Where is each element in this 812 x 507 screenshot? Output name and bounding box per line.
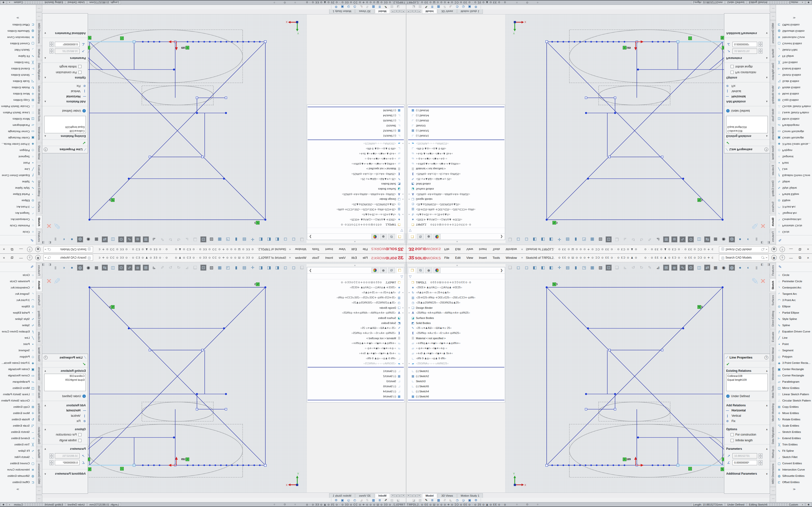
- tree-item[interactable]: ★ ○25ƐƐ✛·♟◎ΛA◫○·○◫AΛ◎♟·✛ƐƐ25○: [307, 217, 404, 222]
- tree-item[interactable]: ❒ TЯPDL2. ⊙ƐƐ⊙Ш⊙⊙⊙✛⊙ƆƆ⊙ƐƐ⊙·⊙: [408, 222, 505, 227]
- tree-item[interactable]: ◪ Surface Bodies: [307, 187, 404, 192]
- sketch-tool-button[interactable]: ∷ Linear Sketch Pattern: [776, 391, 812, 397]
- expand-arrow-icon[interactable]: ▸: [408, 213, 411, 216]
- tree-item[interactable]: ▸ ▰ ○25ƐИNA∪·○·○·∪AИNƐ25○: [307, 141, 404, 146]
- chart-axis-icon[interactable]: ∟: [450, 498, 453, 502]
- add-relation-button[interactable]: — Horizontal: [42, 94, 88, 99]
- sketch-tool-button[interactable]: ◜ Tangent Arc: [776, 291, 812, 297]
- sketch-tool-button[interactable]: ▢ Convert Entities: [776, 41, 812, 47]
- sketch-tool-button[interactable]: ▱ Parallelogram: [776, 379, 812, 385]
- tree-item[interactable]: ◩ Solid Bodies: [307, 320, 404, 326]
- tab-dimxpert[interactable]: [371, 234, 379, 239]
- shaded-edges-cube-icon[interactable]: ◧: [540, 236, 546, 242]
- command-tab[interactable]: Evaluate: [770, 163, 776, 178]
- add-relation-button[interactable]: — Horizontal: [724, 408, 770, 413]
- scene-cylinder-icon[interactable]: ▮: [52, 265, 58, 271]
- chart-icon[interactable]: ⊿: [655, 265, 661, 271]
- expand-arrow-icon[interactable]: ▸: [408, 362, 411, 364]
- appearance-sphere-icon[interactable]: ●: [737, 265, 743, 271]
- reference-axis-icon[interactable]: ✛: [556, 265, 562, 271]
- sketch-tool-button[interactable]: ∴ Circular Sketch Pattern: [776, 397, 812, 404]
- command-tab[interactable]: Markup: [770, 46, 776, 60]
- help-icon[interactable]: ?: [779, 255, 785, 260]
- sketch-confirm-icon[interactable]: ✎: [751, 276, 759, 286]
- pin-icon[interactable]: ✶: [521, 247, 523, 251]
- tree-filter-bar[interactable]: ▽: [408, 228, 505, 233]
- search-input[interactable]: ◫ Search CAD Models ▾: [719, 246, 768, 252]
- tree-item[interactable]: ▱ ○✛ИN◎♟+○✳◉I○·○I◉✳○+♟◎ИN✛○: [307, 161, 404, 166]
- scene-cylinder-icon[interactable]: ▮: [52, 236, 58, 242]
- section-parameters[interactable]: Parameters ∧: [724, 445, 770, 451]
- tree-item[interactable]: ▸ A ○25ИN◎·✛A✛◎ИNA○·○AИN◎✛A✛·◎ИN25○: [307, 310, 404, 315]
- folder-check-icon[interactable]: ▣: [468, 498, 471, 502]
- grid-icon[interactable]: ▦: [712, 265, 718, 271]
- rollback-bar[interactable]: [408, 139, 504, 140]
- monitor-icon[interactable]: ▤: [242, 265, 248, 271]
- sketch-tool-button[interactable]: ▪ Point: [776, 341, 812, 347]
- expand-arrow-icon[interactable]: ▸: [408, 143, 411, 145]
- shaded-cube-icon[interactable]: ◧: [274, 236, 280, 242]
- sketch-tool-button[interactable]: ◫ Mirror Entities: [776, 116, 812, 122]
- render-icon[interactable]: ◍: [77, 265, 83, 271]
- tree-item[interactable]: Σ ○25ИN◎·✛A∪□Ɛ○·○Ɛ□∪A✛·◎ИN25○: [307, 331, 404, 336]
- visibility-eye-icon[interactable]: ◉: [85, 265, 91, 271]
- dot-circle-icon[interactable]: ⊙: [118, 236, 124, 242]
- command-tab[interactable]: Markup: [770, 447, 776, 461]
- tree-item-sketch[interactable]: ∟ (-) Sketch5: [307, 118, 404, 123]
- command-tab[interactable]: Sheet Metal: [36, 143, 42, 162]
- sketch-tool-button[interactable]: ◝ Centerpoint Arc: [0, 216, 36, 223]
- menu-item[interactable]: Edit: [455, 247, 460, 251]
- sketch-tool-button[interactable]: ⊙ Ellipse: [0, 198, 36, 204]
- tree-filter-bar[interactable]: ▽: [307, 274, 404, 279]
- sketch-tool-button[interactable]: ◍ Silhouette Entities: [776, 28, 812, 34]
- tree-item[interactable]: ✎ ○25·∪✳♟AШ○·○ШA♟✳∪·25○: [307, 326, 404, 331]
- sketch-tool-button[interactable]: ∿ Style Spline: [0, 185, 36, 191]
- sketch-tool-button[interactable]: ╳ Trim Entities: [0, 59, 36, 66]
- tab-dimxpert[interactable]: [433, 234, 441, 239]
- length-spinner[interactable]: ▴▾: [759, 453, 762, 458]
- sketch-tool-button[interactable]: ▣ Center Rectangle: [776, 135, 812, 141]
- clock-check-icon[interactable]: ◷: [456, 498, 458, 502]
- hidden-lines-visible-icon[interactable]: ◻: [523, 236, 529, 242]
- sketch-tool-button[interactable]: ∿ Style Spline: [776, 316, 812, 322]
- unit-system-selector[interactable]: Custom▴: [787, 1, 805, 4]
- menu-item[interactable]: View: [339, 247, 346, 251]
- toolbar-overflow-chevron[interactable]: ≫: [0, 16, 36, 19]
- checkbox[interactable]: [78, 439, 82, 442]
- sketch-tool-button[interactable]: ↻ Rotate Entities: [0, 84, 36, 91]
- curves-icon[interactable]: ∿: [126, 236, 133, 242]
- tree-item-sketch[interactable]: ∟ (-) Sketch4: [408, 113, 505, 118]
- sketch-settings-icon[interactable]: ⊡: [200, 236, 206, 242]
- tree-item-sketch[interactable]: ▦ (-) Sketch6: [307, 108, 404, 113]
- add-relation-button[interactable]: ⊘ Fix: [724, 83, 770, 89]
- monitor-icon[interactable]: ▤: [564, 236, 570, 242]
- clock-icon[interactable]: ◶: [462, 498, 465, 502]
- document-tab[interactable]: Model: [375, 493, 390, 498]
- section-options[interactable]: Options ∧: [42, 426, 88, 432]
- sketch-settings-icon[interactable]: ⊡: [606, 236, 612, 242]
- section-parameters[interactable]: Parameters ∧: [724, 56, 770, 62]
- restore-button[interactable]: ⧉: [9, 256, 15, 260]
- tree-item[interactable]: ∟ ○ИN·9·♟◎○·○◎♟·9·ИN○: [408, 356, 505, 361]
- command-tab[interactable]: Direct Editing: [770, 178, 776, 199]
- menu-item[interactable]: View: [339, 256, 346, 260]
- tree-filter-bar[interactable]: ▽: [408, 274, 505, 279]
- search-dropdown-icon[interactable]: ▾: [45, 257, 47, 259]
- sketch-tool-button[interactable]: ▭ Corner Rectangle: [0, 128, 36, 135]
- help-icon[interactable]: ?: [27, 247, 33, 252]
- sketch-tool-button[interactable]: ∷ Linear Sketch Pattern: [0, 391, 36, 397]
- relation-badge[interactable]: ✎3: [109, 305, 114, 309]
- sketch-tool-button[interactable]: ◍ Silhouette Entities: [0, 28, 36, 34]
- section-existing-relations[interactable]: Existing Relations ∧: [724, 368, 770, 373]
- restore-button[interactable]: ⧉: [797, 256, 803, 260]
- camera-sphere-icon[interactable]: ◐: [61, 236, 67, 242]
- rollback-bar-end[interactable]: [308, 107, 404, 107]
- menu-item[interactable]: File: [444, 247, 449, 251]
- shaded-cube-icon[interactable]: ◧: [532, 236, 538, 242]
- tab-nav-prev-icon[interactable]: ◂: [398, 494, 402, 497]
- swap-arrows-icon[interactable]: ⇄: [704, 265, 710, 271]
- length-spinner[interactable]: ▴▾: [50, 49, 53, 54]
- panel-splitter-handle[interactable]: [307, 240, 404, 243]
- sketch-tool-button[interactable]: ▪ Point: [0, 160, 36, 166]
- shaded-cube-icon[interactable]: ◧: [532, 265, 538, 271]
